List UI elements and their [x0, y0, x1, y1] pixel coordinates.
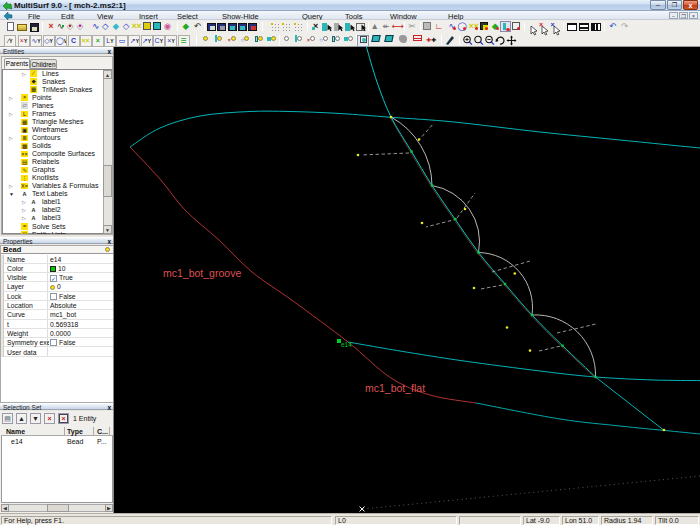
- svg-text:mc1_bot_flat: mc1_bot_flat: [365, 382, 425, 394]
- svg-text:mc1_bot_groove: mc1_bot_groove: [163, 267, 241, 279]
- svg-text:e14: e14: [341, 341, 352, 348]
